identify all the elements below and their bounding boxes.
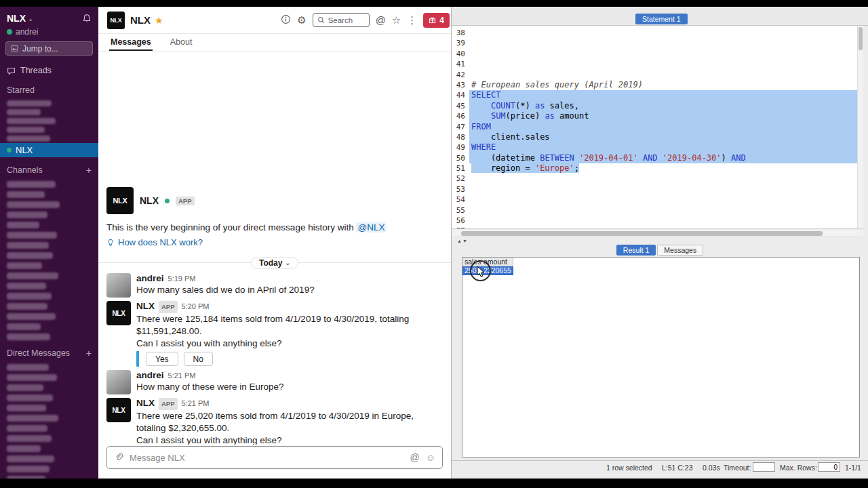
header-search[interactable] [313,13,370,27]
tab-messages-results[interactable]: Messages [657,245,703,256]
star-outline-icon[interactable]: ☆ [392,15,401,25]
sidebar-item-blurred[interactable] [7,394,53,401]
tab-statement-1[interactable]: Statement 1 [635,14,688,24]
dm-section: Direct Messages + [0,340,98,361]
sidebar-item-blurred[interactable] [7,118,56,124]
sidebar-item-blurred[interactable] [7,191,45,198]
sidebar-item-blurred[interactable] [7,181,56,188]
sidebar-item-blurred[interactable] [7,127,45,133]
user-avatar[interactable] [106,370,131,394]
workspace-header[interactable]: NLX ⌄ [0,7,98,24]
message-author[interactable]: andrei [136,370,164,381]
message-author[interactable]: NLX [136,301,155,312]
sidebar-item-blurred[interactable] [7,272,58,279]
tab-result-1[interactable]: Result 1 [616,245,656,256]
user-presence[interactable]: andrei [0,24,98,37]
info-icon[interactable] [281,14,291,26]
sql-editor[interactable]: 383940414243# European sales query (Apri… [452,26,863,229]
sidebar-item-blurred[interactable] [7,455,54,462]
message-author[interactable]: NLX [136,398,155,409]
sidebar-item-blurred[interactable] [7,333,50,340]
sidebar-item-blurred[interactable] [7,242,49,249]
editor-split-arrows-icon[interactable]: ▲▼ [457,239,468,243]
scrollbar-thumb[interactable] [859,27,863,50]
add-channel-icon[interactable]: + [86,167,92,174]
sidebar-item-blurred[interactable] [7,232,57,239]
mention-icon[interactable]: @ [410,453,419,462]
jump-to-button[interactable]: Jump to... [5,41,93,56]
sidebar-item-blurred[interactable] [7,211,47,218]
scrollbar-thumb[interactable] [461,231,823,236]
sidebar-item-blurred[interactable] [7,445,41,452]
sidebar-item-blurred[interactable] [7,109,41,115]
max-rows-label: Max. Rows: [780,464,817,472]
sidebar-item-blurred[interactable] [7,466,50,472]
tab-messages[interactable]: Messages [109,37,153,51]
grid-data-row[interactable]: 250202320655 [462,266,859,275]
add-dm-icon[interactable]: + [86,350,92,357]
yes-button[interactable]: Yes [146,352,178,366]
mention-at-icon[interactable]: @ [376,15,386,25]
code-line: 52 [452,174,863,184]
sidebar-item-blurred[interactable] [7,415,58,422]
sidebar-item-blurred[interactable] [7,283,46,289]
message-timestamp: 5:21 PM [182,398,210,409]
timeout-input[interactable] [753,462,775,472]
sidebar-item-blurred[interactable] [7,313,56,320]
message-input[interactable] [130,453,403,463]
line-number: 47 [452,122,469,132]
message-composer[interactable]: @ ☺ [106,446,443,469]
no-button[interactable]: No [184,352,213,366]
sidebar-item-blurred[interactable] [7,100,52,106]
sidebar-item-threads[interactable]: Threads [0,64,98,77]
code-line: 40 [452,49,863,59]
emoji-icon[interactable]: ☺ [426,453,435,462]
editor-vertical-scrollbar[interactable] [857,26,863,228]
sidebar-item-blurred[interactable] [7,384,43,391]
sidebar-item-blurred[interactable] [7,303,47,310]
sql-client-window: Statement 1 383940414243# European sales… [451,7,868,479]
search-input[interactable] [328,16,365,24]
sidebar-item-blurred[interactable] [7,364,49,371]
max-rows-input[interactable] [818,462,840,472]
results-grid[interactable]: salesamount 250202320655 [462,257,860,458]
settings-gear-icon[interactable]: ⚙ [297,15,306,25]
line-number: 41 [452,59,469,69]
code-line: 45 COUNT(*) as sales, [452,101,863,111]
execution-time-status: 0.03s [703,464,720,472]
sidebar-item-blurred[interactable] [7,222,39,228]
kebab-menu-icon[interactable]: ⋮ [407,15,417,25]
message-text: There were 25,020 items sold from 4/1/20… [136,410,443,434]
sidebar-item-blurred[interactable] [7,262,42,269]
help-link[interactable]: How does NLX work? [106,237,443,247]
sidebar-item-blurred[interactable] [7,425,47,432]
nlx-mention[interactable]: @NLX [356,222,386,232]
sidebar-item-nlx[interactable]: NLX [0,143,98,157]
sidebar-item-blurred[interactable] [7,136,50,142]
bot-avatar[interactable]: NLX [106,301,131,325]
starred-star-icon[interactable]: ★ [155,15,163,26]
result-tabs: Result 1 Messages [452,245,868,256]
line-number: 57 [452,226,469,229]
code-line: 49WHERE [452,142,863,152]
sidebar-item-blurred[interactable] [7,374,57,381]
tab-about[interactable]: About [169,37,194,51]
bot-avatar[interactable]: NLX [106,398,131,422]
user-avatar[interactable] [106,273,131,298]
sidebar-item-blurred[interactable] [7,435,52,442]
message-author[interactable]: andrei [136,273,164,284]
date-pill[interactable]: Today ⌄ [251,257,298,269]
gift-badge[interactable]: 4 [423,13,450,28]
sidebar-item-blurred[interactable] [7,201,60,208]
bell-icon[interactable] [82,14,92,23]
sidebar-item-blurred[interactable] [7,293,52,300]
sidebar-item-blurred[interactable] [7,323,41,330]
sidebar-item-blurred[interactable] [7,252,53,259]
sidebar-item-blurred[interactable] [7,405,46,411]
app-avatar-large[interactable]: NLX [106,187,134,214]
attach-file-icon[interactable] [114,452,123,463]
workspace-name[interactable]: NLX [7,13,26,24]
editor-horizontal-scrollbar[interactable] [452,230,863,237]
letterbox-bottom [0,479,868,488]
code-text: SELECT [469,90,863,100]
